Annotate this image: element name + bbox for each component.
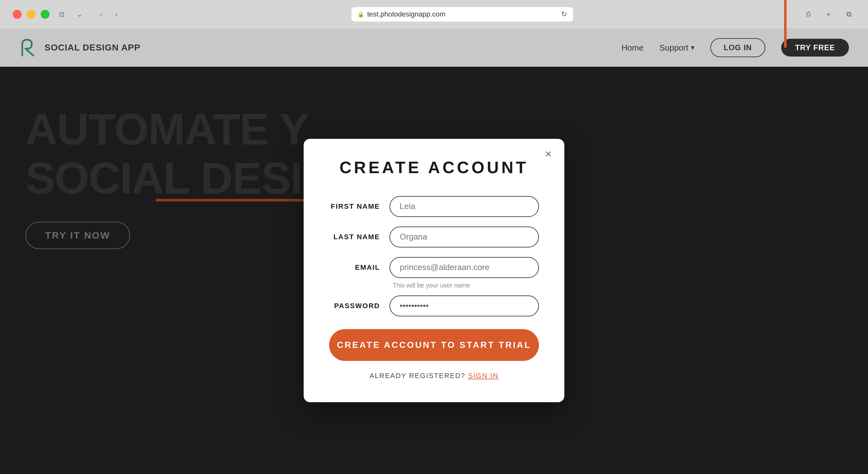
hero-section: AUTOMATE Y SOCIAL DESI TRY IT NOW × CREA… xyxy=(0,67,868,474)
already-registered-text: ALREADY REGISTERED? SIGN IN xyxy=(329,372,539,380)
chevron-down-icon: ▾ xyxy=(691,43,694,52)
new-tab-button[interactable]: ＋ xyxy=(822,8,835,21)
reload-icon[interactable]: ↻ xyxy=(561,10,567,19)
last-name-input[interactable] xyxy=(390,227,539,247)
first-name-group: FIRST NAME xyxy=(329,196,539,217)
close-window-button[interactable] xyxy=(13,10,22,19)
email-label: EMAIL xyxy=(329,263,380,272)
fullscreen-window-button[interactable] xyxy=(41,10,50,19)
create-account-modal: × CREATE ACCOUNT FIRST NAME LAST NAME EM… xyxy=(304,139,564,402)
browser-chrome: ⊡ ⌄ ‹ › 🔒 test.photodesignapp.com ↻ ⎙ ＋ … xyxy=(0,0,868,29)
minimize-window-button[interactable] xyxy=(27,10,36,19)
share-button[interactable]: ⎙ xyxy=(802,8,814,21)
sign-in-link[interactable]: SIGN IN xyxy=(468,372,499,380)
last-name-group: LAST NAME xyxy=(329,227,539,247)
modal-title: CREATE ACCOUNT xyxy=(329,158,539,177)
email-hint: This will be your user name xyxy=(393,282,539,289)
password-group: PASSWORD xyxy=(329,296,539,316)
site-nav: Home Support ▾ LOG IN TRY FREE xyxy=(622,38,849,57)
nav-home[interactable]: Home xyxy=(622,43,644,53)
sidebar-toggle-button[interactable]: ⊡ xyxy=(56,8,67,20)
email-group: EMAIL xyxy=(329,257,539,278)
nav-support-group[interactable]: Support ▾ xyxy=(659,43,694,53)
try-free-button[interactable]: TRY FREE xyxy=(781,39,849,57)
url-text: test.photodesignapp.com xyxy=(367,10,445,19)
login-button[interactable]: LOG IN xyxy=(710,38,765,57)
last-name-label: LAST NAME xyxy=(329,233,380,241)
modal-overlay: × CREATE ACCOUNT FIRST NAME LAST NAME EM… xyxy=(0,67,868,474)
email-input[interactable] xyxy=(390,257,539,278)
logo-area: SOCIAL DESIGN APP xyxy=(19,37,141,59)
address-bar[interactable]: 🔒 test.photodesignapp.com ↻ xyxy=(351,7,574,22)
back-button[interactable]: ‹ xyxy=(95,8,107,21)
site-header: SOCIAL DESIGN APP Home Support ▾ LOG IN … xyxy=(0,29,868,67)
first-name-input[interactable] xyxy=(390,196,539,217)
shield-icon: 🔒 xyxy=(358,11,364,18)
site-name: SOCIAL DESIGN APP xyxy=(44,42,141,53)
sidebar-chevron-button[interactable]: ⌄ xyxy=(74,8,85,20)
password-input[interactable] xyxy=(390,296,539,316)
browser-toolbar-right: ⎙ ＋ ⧉ xyxy=(802,8,855,21)
nav-support[interactable]: Support xyxy=(659,43,688,53)
password-label: PASSWORD xyxy=(329,302,380,310)
traffic-lights xyxy=(13,10,50,19)
logo-icon xyxy=(19,37,38,59)
forward-button[interactable]: › xyxy=(110,8,123,21)
create-account-button[interactable]: CREATE ACCOUNT TO START TRIAL xyxy=(329,329,539,361)
already-registered-label: ALREADY REGISTERED? xyxy=(369,372,465,380)
tabs-overview-button[interactable]: ⧉ xyxy=(843,8,855,21)
close-modal-button[interactable]: × xyxy=(545,148,552,160)
first-name-label: FIRST NAME xyxy=(329,202,380,211)
